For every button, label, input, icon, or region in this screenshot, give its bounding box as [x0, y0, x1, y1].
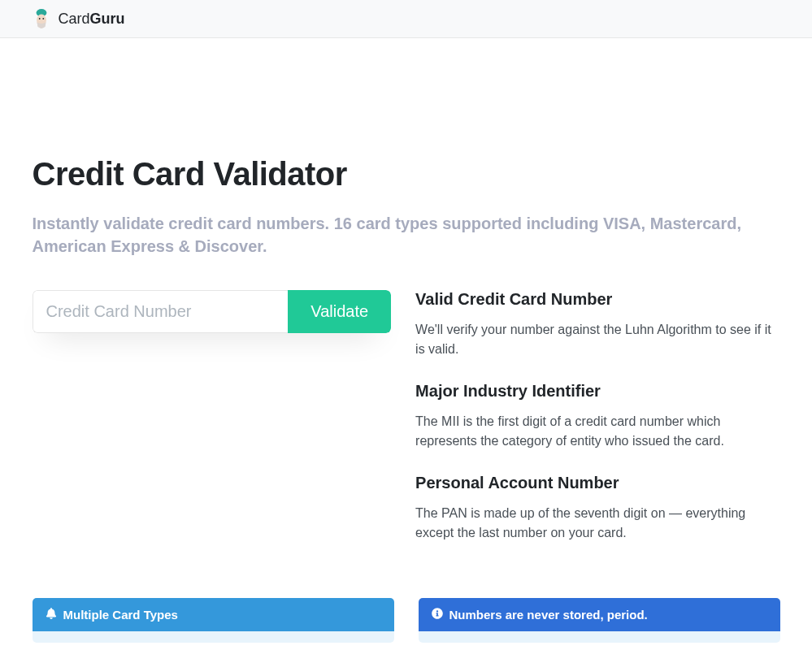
card-heading-storage: Numbers are never stored, period. — [449, 608, 648, 622]
card-heading-types: Multiple Card Types — [63, 608, 178, 622]
info-card-storage: Numbers are never stored, period. — [419, 598, 780, 643]
svg-point-3 — [42, 18, 44, 20]
info-card-types: Multiple Card Types — [33, 598, 394, 643]
brand-part1: Card — [59, 11, 90, 27]
section-heading-mii: Major Industry Identifier — [415, 382, 779, 401]
card-number-input[interactable] — [33, 290, 289, 333]
info-circle-icon — [432, 608, 443, 622]
validator-input-group: Validate — [33, 290, 392, 333]
section-text-pan: The PAN is made up of the seventh digit … — [415, 504, 779, 543]
section-heading-valid: Valid Credit Card Number — [415, 290, 779, 309]
page-title: Credit Card Validator — [33, 156, 780, 193]
brand-part2: Guru — [90, 11, 125, 27]
bell-icon — [46, 608, 57, 622]
card-body-storage — [419, 631, 780, 643]
card-header-storage: Numbers are never stored, period. — [419, 598, 780, 631]
brand-name[interactable]: CardGuru — [59, 11, 125, 28]
svg-point-2 — [38, 18, 40, 20]
section-text-mii: The MII is the first digit of a credit c… — [415, 412, 779, 451]
card-body-types — [33, 631, 394, 643]
navbar: CardGuru — [0, 0, 812, 38]
card-header-types: Multiple Card Types — [33, 598, 394, 631]
section-text-valid: We'll verify your number against the Luh… — [415, 320, 779, 359]
brand-logo-icon — [33, 10, 50, 28]
validate-button[interactable]: Validate — [288, 290, 391, 333]
section-heading-pan: Personal Account Number — [415, 474, 779, 492]
page-lead: Instantly validate credit card numbers. … — [33, 212, 780, 258]
